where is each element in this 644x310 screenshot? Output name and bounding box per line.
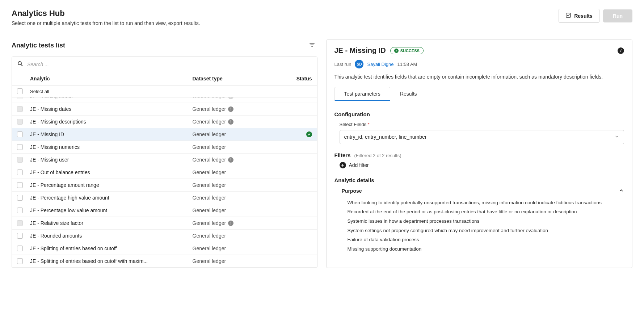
row-analytic-name: JE - Relative size factor (30, 220, 83, 226)
info-badge-icon[interactable]: ! (228, 106, 233, 112)
table-row[interactable]: JE - Missing codesGeneral ledger! (12, 97, 317, 103)
detail-title: JE - Missing ID (334, 46, 386, 55)
table-head: Analytic Dataset type Status (12, 72, 317, 85)
list-header: Analytic tests list (12, 39, 317, 51)
configuration-title: Configuration (334, 111, 624, 117)
detail-pane: JE - Missing ID SUCCESS i Last run SD Sa… (326, 39, 633, 268)
info-badge-icon[interactable]: ! (228, 221, 233, 226)
purpose-bullet: System settings not properly configured … (348, 226, 624, 235)
run-button[interactable]: Run (603, 9, 632, 22)
search-icon (17, 60, 24, 68)
row-checkbox (17, 220, 23, 226)
row-checkbox[interactable] (17, 144, 23, 150)
tab-results[interactable]: Results (390, 87, 427, 101)
chevron-up-icon (618, 188, 624, 194)
row-analytic-name: JE - Missing descriptions (30, 119, 86, 125)
detail-title-row: JE - Missing ID SUCCESS i (334, 46, 624, 55)
last-run-row: Last run SD Sayali Dighe 11:58 AM (334, 60, 624, 68)
table-row[interactable]: JE - Missing descriptionsGeneral ledger! (12, 116, 317, 128)
table-row[interactable]: JE - Missing numericsGeneral ledger (12, 141, 317, 154)
row-analytic-name: JE - Missing dates (30, 106, 71, 112)
row-dataset: General ledger! (193, 157, 287, 163)
table-row[interactable]: JE - Splitting of entries based on cutof… (12, 242, 317, 255)
filter-icon (309, 44, 315, 49)
purpose-bullets: When looking to identify potentially uns… (348, 198, 624, 254)
row-checkbox[interactable] (17, 208, 23, 213)
row-checkbox[interactable] (17, 258, 23, 264)
info-badge-icon[interactable]: ! (228, 157, 233, 163)
info-icon[interactable]: i (618, 47, 624, 54)
chart-check-icon (565, 12, 571, 19)
select-all-checkbox[interactable] (17, 88, 23, 94)
row-dataset: General ledger (193, 233, 287, 239)
row-checkbox[interactable] (17, 195, 23, 201)
table-row[interactable]: JE - Percentage high value amountGeneral… (12, 192, 317, 204)
avatar[interactable]: SD (355, 60, 363, 68)
tab-test-parameters[interactable]: Test parameters (334, 87, 390, 101)
page-subtitle: Select one or multiple analytic tests fr… (12, 20, 200, 26)
row-dataset: General ledger (193, 258, 287, 264)
detail-tabs: Test parameters Results (334, 87, 624, 101)
row-checkbox[interactable] (17, 246, 23, 251)
table-body[interactable]: JE - Missing codesGeneral ledger!JE - Mi… (12, 97, 317, 268)
table-row[interactable]: JE - Percentage low value amountGeneral … (12, 204, 317, 217)
row-checkbox[interactable] (17, 169, 23, 175)
table-row[interactable]: JE - Missing datesGeneral ledger! (12, 103, 317, 116)
table-row[interactable]: JE - Out of balance entriesGeneral ledge… (12, 166, 317, 179)
table-row[interactable]: JE - Percentage amount rangeGeneral ledg… (12, 179, 317, 192)
required-asterisk: * (368, 122, 370, 127)
purpose-bullet: When looking to identify potentially uns… (348, 198, 624, 208)
table-row[interactable]: JE - Splitting of entries based on cutof… (12, 255, 317, 268)
row-dataset: General ledger! (193, 119, 287, 125)
results-button[interactable]: Results (559, 9, 599, 23)
table-row[interactable]: JE - Missing IDGeneral ledger (12, 128, 317, 141)
header-actions: Results Run (559, 9, 632, 23)
row-checkbox[interactable] (17, 182, 23, 188)
purpose-toggle[interactable]: Purpose (342, 188, 624, 194)
user-link[interactable]: Sayali Dighe (367, 62, 393, 67)
purpose-bullet: Failure of data validation process (348, 235, 624, 244)
row-checkbox[interactable] (17, 233, 23, 239)
success-icon (306, 131, 312, 137)
table-row[interactable]: JE - Missing userGeneral ledger! (12, 154, 317, 166)
row-analytic-name: JE - Missing numerics (30, 144, 80, 150)
row-checkbox[interactable] (17, 131, 23, 137)
analytic-details-section: Analytic details Purpose When looking to… (334, 177, 624, 254)
search-row (12, 57, 317, 72)
filters-title: Filters (334, 152, 351, 158)
detail-body[interactable]: Configuration Select Fields * entry_id, … (327, 105, 632, 257)
table-row[interactable]: JE - Rounded amountsGeneral ledger (12, 230, 317, 242)
select-fields-dropdown[interactable]: entry_id, entry_number, line_number (340, 130, 624, 144)
row-checkbox (17, 119, 23, 125)
row-analytic-name: JE - Percentage high value amount (30, 195, 109, 201)
row-analytic-name: JE - Rounded amounts (30, 233, 82, 239)
col-status-header: Status (287, 76, 312, 81)
last-run-time: 11:58 AM (397, 62, 417, 67)
info-badge-icon[interactable]: ! (228, 119, 233, 125)
svg-line-5 (21, 64, 22, 66)
select-all-row[interactable]: Select all (12, 85, 317, 97)
status-badge: SUCCESS (390, 47, 424, 54)
col-analytic-header: Analytic (30, 76, 193, 81)
table-row[interactable]: JE - Relative size factorGeneral ledger! (12, 217, 317, 230)
header-left: Analytics Hub Select one or multiple ana… (12, 9, 200, 26)
status-badge-label: SUCCESS (400, 49, 420, 53)
select-fields-value: entry_id, entry_number, line_number (344, 134, 427, 140)
row-analytic-name: JE - Out of balance entries (30, 169, 90, 175)
detail-head: JE - Missing ID SUCCESS i Last run SD Sa… (327, 46, 632, 105)
filter-button[interactable] (307, 39, 317, 51)
purpose-bullet: Systemic issues in how a department proc… (348, 217, 624, 226)
page-title: Analytics Hub (12, 9, 200, 18)
row-dataset: General ledger (193, 208, 287, 213)
row-analytic-name: JE - Splitting of entries based on cutof… (30, 246, 117, 251)
content: Analytic tests list Analytic Dataset typ… (0, 32, 644, 275)
col-dataset-header: Dataset type (193, 76, 287, 81)
row-dataset: General ledger! (193, 97, 287, 99)
row-analytic-name: JE - Missing user (30, 157, 69, 163)
search-input[interactable] (27, 62, 312, 67)
purpose-bullet: Missing supporting documentation (348, 244, 624, 254)
row-dataset: General ledger! (193, 220, 287, 226)
add-filter-button[interactable]: + Add filter (340, 162, 624, 168)
add-filter-label: Add filter (349, 162, 369, 168)
info-badge-icon[interactable]: ! (228, 97, 233, 99)
